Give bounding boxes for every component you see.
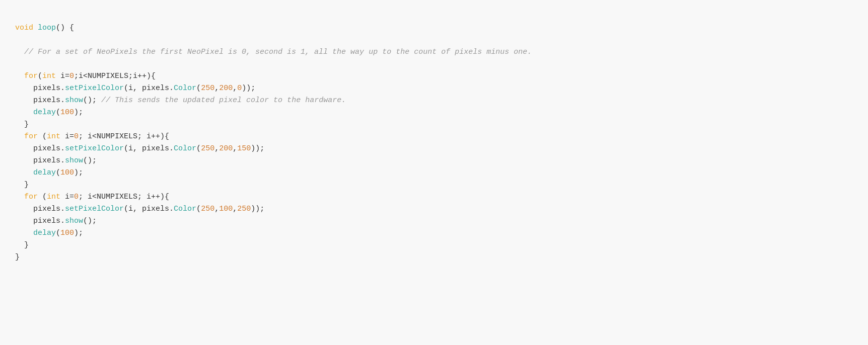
line-for3: for (int i=0; i<NUMPIXELS; i++){ (15, 193, 169, 201)
line-comment: // For a set of NeoPixels the first NeoP… (15, 48, 532, 56)
line-delay3: delay(100); (15, 229, 83, 237)
code-editor: void loop() { // For a set of NeoPixels … (15, 10, 853, 264)
line-show1: pixels.show(); // This sends the updated… (15, 96, 346, 105)
line-delay2: delay(100); (15, 168, 83, 177)
line-delay1: delay(100); (15, 108, 83, 117)
line-setpixel3: pixels.setPixelColor(i, pixels.Color(250… (15, 205, 264, 213)
line-close3: } (15, 241, 29, 249)
line-show3: pixels.show(); (15, 217, 97, 225)
line-setpixel1: pixels.setPixelColor(i, pixels.Color(250… (15, 84, 255, 93)
line-close-main: } (15, 253, 20, 262)
line-for2: for (int i=0; i<NUMPIXELS; i++){ (15, 132, 169, 141)
line-setpixel2: pixels.setPixelColor(i, pixels.Color(250… (15, 144, 264, 153)
line-close2: } (15, 181, 29, 189)
line-void: void loop() { (15, 24, 74, 32)
line-for1: for(int i=0;i<NUMPIXELS;i++){ (15, 72, 156, 80)
line-close1: } (15, 120, 29, 129)
line-show2: pixels.show(); (15, 156, 97, 165)
